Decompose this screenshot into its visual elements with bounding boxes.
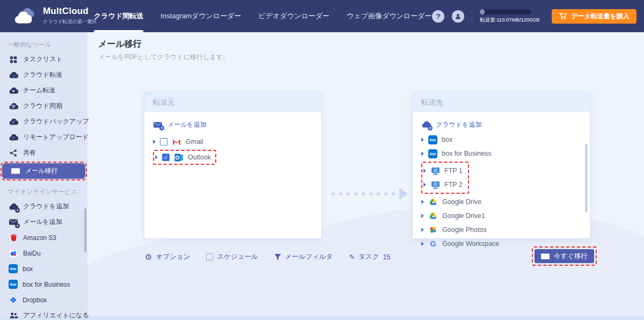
sidebar-item-box-for-business[interactable]: box box for Business: [0, 277, 87, 292]
outlook-highlight-box: ✓ Outlook: [153, 150, 216, 165]
expand-arrow-icon[interactable]: [421, 151, 424, 156]
task-count-button[interactable]: ✎ タスク 15: [349, 252, 390, 261]
tree-row-label: Google Drive: [442, 198, 481, 206]
tree-row-label: box for Business: [442, 150, 491, 157]
nav-tab-web-image-downloader[interactable]: ウェブ画像ダウンローダー: [347, 0, 431, 32]
outlook-checkbox[interactable]: ✓: [162, 154, 170, 161]
sidebar-item-dropbox[interactable]: ❖ Dropbox: [0, 292, 87, 308]
amazon-s3-icon: [9, 233, 18, 243]
tree-row-label: Google Photos: [442, 226, 487, 234]
sidebar-item-affiliate[interactable]: アフィリエイトになる: [0, 308, 87, 320]
main-content: メール移行 メールをPDFとしてクラウドに移行します。 転送元 + メールを追加…: [87, 32, 644, 316]
nav-tab-video-downloader[interactable]: ビデオダウンローダー: [259, 0, 330, 32]
page-title: メール移行: [98, 39, 142, 50]
add-cloud-label: クラウドを追加: [436, 120, 481, 129]
add-mail-link[interactable]: + メールを追加: [144, 112, 321, 129]
sidebar-section-general-tools: 一般的なツール: [0, 38, 87, 52]
expand-arrow-icon[interactable]: [423, 169, 426, 173]
sidebar-item-add-cloud[interactable]: + クラウドを追加: [0, 199, 87, 214]
expand-arrow-icon[interactable]: [421, 228, 424, 232]
pencil-icon: ✎: [349, 253, 355, 260]
transfer-direction-arrow: [332, 188, 408, 200]
expand-arrow-icon[interactable]: [421, 242, 424, 246]
tree-row-google-drive[interactable]: Google Drive: [421, 195, 590, 209]
nav-tab-cloud-transfer[interactable]: クラウド間転送: [94, 0, 143, 32]
sidebar-item-cloud-transfer[interactable]: → クラウド転送: [0, 67, 87, 83]
sidebar-item-label: Dropbox: [23, 296, 47, 304]
add-mail-icon: +: [9, 217, 18, 227]
tree-row-outlook[interactable]: ✓ Outlook: [155, 151, 211, 163]
funnel-icon: [274, 253, 281, 260]
header-divider: [472, 9, 472, 23]
nav-tab-instagram-downloader[interactable]: Instagramダウンローダー: [160, 0, 241, 32]
traffic-meter: 転送量:110.07MB/1200GB: [480, 9, 544, 24]
migrate-now-label: 今すぐ移行: [554, 252, 588, 261]
schedule-label: スケジュール: [217, 252, 258, 261]
expand-arrow-icon[interactable]: [423, 183, 426, 187]
destination-panel-title: 転送先: [413, 93, 590, 112]
add-cloud-link[interactable]: + クラウドを追加: [413, 112, 590, 129]
sidebar-item-label: Amazon S3: [23, 234, 56, 242]
expand-arrow-icon[interactable]: [421, 214, 424, 218]
sidebar-item-cloud-sync[interactable]: ⟳ クラウド同期: [0, 98, 87, 114]
google-drive-icon: [428, 211, 438, 221]
tree-row-gmail[interactable]: Gmail: [153, 135, 321, 149]
expand-arrow-icon[interactable]: [421, 137, 424, 142]
schedule-button[interactable]: スケジュール: [206, 252, 258, 261]
expand-arrow-icon[interactable]: [153, 140, 156, 144]
sidebar-item-label: アフィリエイトになる: [23, 311, 89, 320]
sidebar-item-label: box: [23, 265, 33, 273]
tree-row-google-drive1[interactable]: Google Drive1: [421, 209, 590, 223]
tree-row-box-for-business[interactable]: box box for Business: [421, 147, 590, 161]
destination-scrollbar[interactable]: [585, 144, 588, 213]
tree-row-ftp-2[interactable]: FTP 2: [423, 178, 463, 192]
tree-row-ftp-1[interactable]: FTP 1: [423, 164, 463, 178]
sidebar-item-mail-migration[interactable]: メール移行: [2, 163, 85, 179]
sidebar-item-add-mail[interactable]: + メールを追加: [0, 214, 87, 230]
traffic-progress-fill: [480, 9, 485, 14]
sidebar-item-remote-upload[interactable]: ↑ リモートアップロード: [0, 129, 87, 145]
tree-row-label: FTP 2: [444, 181, 463, 188]
buy-traffic-button[interactable]: データ転送量を購入: [552, 9, 636, 24]
add-mail-label: メールを追加: [167, 120, 207, 129]
multcloud-cloud-icon: [14, 5, 38, 26]
top-nav: クラウド間転送 Instagramダウンローダー ビデオダウンローダー ウェブ画…: [94, 0, 449, 32]
team-transfer-icon: ●: [9, 86, 18, 96]
tree-row-label: box: [442, 136, 452, 143]
brand-logo[interactable]: MultCloud クラウド転送の第一選択: [14, 5, 97, 26]
remote-upload-icon: ↑: [9, 133, 18, 142]
account-icon[interactable]: [452, 10, 464, 23]
sidebar-item-label: クラウドを追加: [23, 202, 69, 211]
cloud-backup-icon: ✓: [9, 117, 18, 127]
traffic-label: 転送量:110.07MB/1200GB: [480, 17, 544, 24]
gmail-checkbox[interactable]: [160, 138, 167, 146]
sidebar: 一般的なツール タスクリスト → クラウド転送 ● チーム転送 ⟳ クラウド同期…: [0, 32, 87, 316]
sidebar-item-task-list[interactable]: タスクリスト: [0, 52, 87, 67]
schedule-checkbox[interactable]: [206, 253, 213, 260]
task-toolbar: ⚙ オプション スケジュール メールフィルタ ✎ タスク 15: [145, 252, 390, 261]
tree-row-google-photos[interactable]: Google Photos: [421, 223, 590, 237]
buy-traffic-label: データ転送量を購入: [571, 12, 630, 21]
migrate-now-button[interactable]: 今すぐ移行: [535, 249, 594, 263]
expand-arrow-icon[interactable]: [421, 200, 424, 204]
box-business-icon: box: [428, 149, 437, 158]
box-icon: box: [9, 264, 18, 273]
source-panel: 転送元 + メールを追加 Gmail ✓ Outlook: [144, 92, 322, 239]
tree-row-box[interactable]: box box: [421, 133, 590, 147]
sidebar-item-amazon-s3[interactable]: Amazon S3: [0, 230, 87, 245]
mail-filter-button[interactable]: メールフィルタ: [274, 252, 333, 261]
sidebar-item-box[interactable]: box box: [0, 261, 87, 277]
sidebar-item-share[interactable]: 共有: [0, 145, 87, 161]
mail-migration-icon: [541, 253, 550, 260]
options-button[interactable]: ⚙ オプション: [145, 252, 190, 261]
expand-arrow-icon[interactable]: [155, 155, 158, 159]
sidebar-item-baidu[interactable]: BaiDu: [0, 245, 87, 261]
sidebar-item-cloud-backup[interactable]: ✓ クラウドバックアップ: [0, 114, 87, 129]
app-header: MultCloud クラウド転送の第一選択 クラウド間転送 Instagramダ…: [0, 0, 644, 32]
baidu-icon: [9, 249, 18, 258]
destination-tree: box box box box for Business FTP 1 FTP 2: [413, 129, 590, 251]
brand-name: MultCloud: [43, 6, 97, 17]
sidebar-item-team-transfer[interactable]: ● チーム転送: [0, 83, 87, 98]
help-icon[interactable]: ?: [432, 10, 444, 23]
sidebar-scrollbar[interactable]: [84, 208, 86, 252]
